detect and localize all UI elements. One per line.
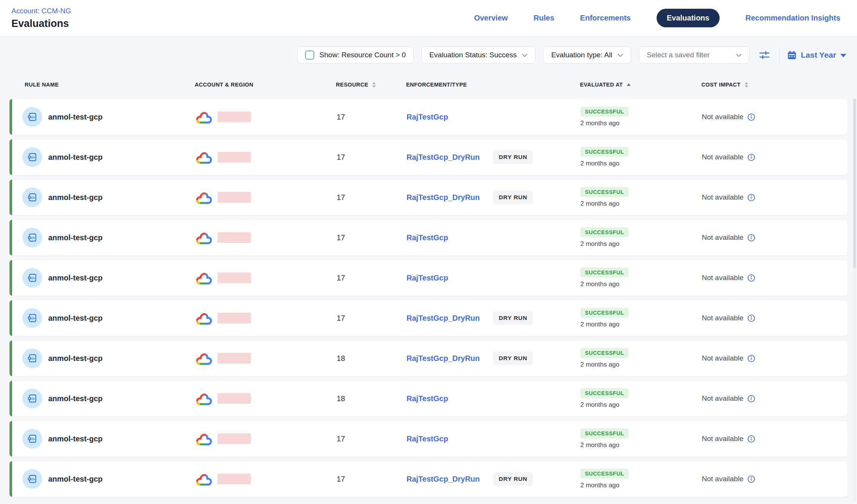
saved-filter-dropdown[interactable]: Select a saved filter	[639, 46, 750, 64]
calendar-icon	[787, 50, 797, 60]
table-row: </> anmol-test-gcp 17 RajTestGcp_DryRun …	[9, 139, 848, 175]
account-name-redacted	[217, 112, 251, 122]
info-icon[interactable]	[747, 314, 755, 322]
evaluated-time: 2 months ago	[580, 120, 619, 127]
info-icon[interactable]	[747, 153, 755, 161]
info-icon[interactable]	[747, 475, 755, 483]
evaluation-status-value: Evaluation Status: Success	[429, 51, 517, 59]
resource-cell: 17	[334, 113, 405, 121]
rule-name-cell: </> anmol-test-gcp	[9, 147, 194, 167]
rule-name-cell: </> anmol-test-gcp	[9, 429, 194, 449]
resource-count-label: Show: Resource Count > 0	[320, 51, 406, 59]
evaluated-at-cell: SUCCESSFUL 2 months ago	[579, 268, 701, 288]
enforcement-link[interactable]: RajTestGcp	[406, 113, 448, 121]
enforcement-link[interactable]: RajTestGcp	[406, 435, 448, 443]
info-icon[interactable]	[747, 234, 755, 242]
resource-cell: 17	[334, 314, 405, 323]
cost-impact-value: Not available	[702, 233, 744, 242]
svg-text:</>: </>	[30, 156, 35, 159]
enforcement-link[interactable]: RajTestGcp_DryRun	[406, 153, 480, 161]
enforcement-cell: RajTestGcp	[405, 274, 579, 282]
evaluation-status-dropdown[interactable]: Evaluation Status: Success	[421, 46, 536, 64]
rule-name-cell: </> anmol-test-gcp	[9, 228, 194, 247]
svg-text:</>: </>	[30, 397, 35, 401]
table-row: </> anmol-test-gcp 17 RajTestGcp SUCCESS…	[9, 99, 848, 135]
resource-count-checkbox[interactable]	[305, 50, 314, 60]
filter-settings-button[interactable]	[757, 49, 772, 61]
gcp-icon	[195, 271, 212, 285]
info-icon[interactable]	[747, 113, 755, 121]
cost-impact-cell: Not available	[701, 113, 848, 121]
time-range-picker[interactable]: Last Year	[787, 50, 846, 60]
account-name-redacted	[217, 272, 251, 283]
info-icon[interactable]	[747, 194, 755, 202]
enforcement-link[interactable]: RajTestGcp_DryRun	[406, 475, 480, 483]
row-status-accent	[9, 300, 12, 336]
rule-name: anmol-test-gcp	[48, 274, 102, 282]
vertical-scrollbar[interactable]	[853, 99, 856, 502]
nav-tab-evaluations[interactable]: Evaluations	[657, 9, 720, 27]
enforcement-cell: RajTestGcp	[405, 113, 579, 121]
row-status-accent	[9, 340, 12, 376]
chevron-down-icon	[618, 54, 623, 57]
rule-name: anmol-test-gcp	[48, 314, 102, 323]
rule-name: anmol-test-gcp	[48, 354, 102, 363]
resource-cell: 17	[334, 193, 405, 202]
time-range-value: Last Year	[801, 50, 836, 60]
evaluated-at-cell: SUCCESSFUL 2 months ago	[579, 348, 701, 369]
account-name-redacted	[217, 192, 251, 203]
column-header-evaluated-at[interactable]: Evaluated At	[579, 82, 700, 88]
nav-tab-enforcements[interactable]: Enforcements	[580, 14, 630, 22]
nav-tab-recommendation-insights[interactable]: Recommendation Insights	[745, 14, 840, 22]
table-row: </> anmol-test-gcp 17 RajTestGcp SUCCESS…	[9, 421, 848, 457]
info-icon[interactable]	[747, 435, 755, 443]
nav-tab-rules[interactable]: Rules	[534, 14, 554, 22]
chevron-down-icon	[736, 54, 742, 57]
nav-tab-overview[interactable]: Overview	[474, 14, 508, 22]
dry-run-badge: DRY RUN	[493, 191, 533, 204]
rule-name-cell: </> anmol-test-gcp	[9, 107, 194, 127]
account-region-cell	[194, 150, 334, 164]
account-breadcrumb[interactable]: Account: CCM-NG	[11, 7, 71, 15]
column-header-cost-impact[interactable]: Cost Impact	[700, 82, 848, 88]
cost-impact-value: Not available	[702, 274, 744, 282]
rule-name-cell: </> anmol-test-gcp	[9, 187, 194, 207]
enforcement-link[interactable]: RajTestGcp_DryRun	[406, 314, 480, 322]
evaluations-table-body: </> anmol-test-gcp 17 RajTestGcp SUCCESS…	[9, 99, 848, 497]
cost-impact-cell: Not available	[701, 354, 848, 362]
info-icon[interactable]	[747, 354, 755, 362]
evaluated-time: 2 months ago	[580, 361, 619, 369]
info-icon[interactable]	[747, 395, 755, 403]
row-status-accent	[9, 139, 12, 175]
evaluation-type-dropdown[interactable]: Evaluation type: All	[543, 46, 631, 64]
enforcement-link[interactable]: RajTestGcp_DryRun	[406, 354, 480, 362]
account-region-cell	[194, 271, 334, 285]
resource-count: 17	[337, 475, 345, 484]
evaluated-at-cell: SUCCESSFUL 2 months ago	[579, 227, 701, 248]
info-icon[interactable]	[747, 274, 755, 282]
account-name-redacted	[217, 433, 251, 444]
account-name-redacted	[217, 353, 251, 364]
column-header-resource[interactable]: Resource	[334, 82, 404, 88]
resource-count-filter-toggle[interactable]: Show: Resource Count > 0	[297, 46, 414, 64]
cost-impact-value: Not available	[702, 193, 744, 202]
cost-impact-cell: Not available	[701, 394, 848, 403]
enforcement-link[interactable]: RajTestGcp	[406, 274, 448, 282]
resource-count: 17	[337, 193, 345, 202]
account-name-redacted	[217, 232, 251, 243]
rule-name: anmol-test-gcp	[48, 193, 102, 202]
scrollbar-thumb[interactable]	[853, 99, 856, 268]
enforcement-link[interactable]: RajTestGcp_DryRun	[406, 193, 480, 202]
rule-name-cell: </> anmol-test-gcp	[9, 308, 194, 328]
enforcement-link[interactable]: RajTestGcp	[406, 394, 448, 403]
gcp-icon	[195, 311, 212, 325]
row-status-accent	[9, 220, 12, 255]
cost-impact-cell: Not available	[701, 475, 848, 483]
rule-icon: </>	[22, 147, 42, 167]
gcp-icon	[195, 472, 212, 486]
table-row: </> anmol-test-gcp 18 RajTestGcp_DryRun …	[9, 340, 848, 376]
column-header-account-region: Account & Region	[194, 82, 334, 88]
enforcement-link[interactable]: RajTestGcp	[406, 233, 448, 242]
rule-icon: </>	[22, 469, 42, 489]
rule-name: anmol-test-gcp	[48, 153, 102, 162]
